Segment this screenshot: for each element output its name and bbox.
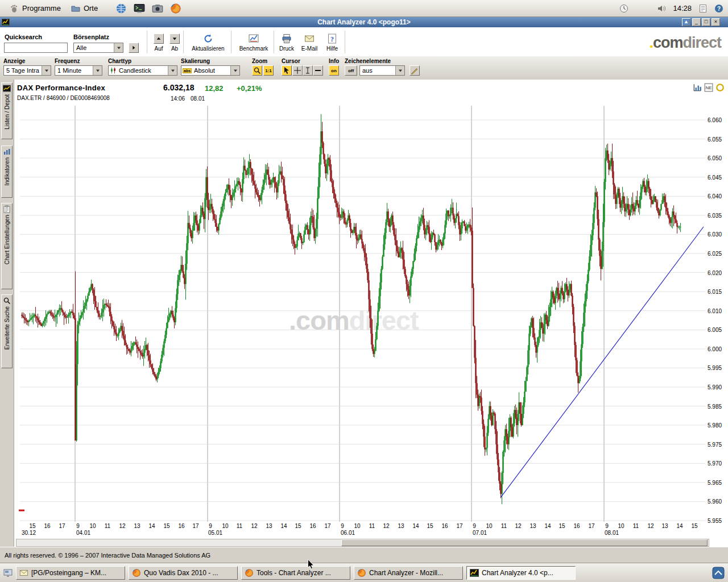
- firefox-icon: [245, 568, 254, 577]
- zoom-in-button[interactable]: [252, 65, 262, 76]
- x-axis-hour-label: 16: [573, 523, 580, 529]
- toolbar-separator: [147, 31, 147, 53]
- programme-menu[interactable]: Programme: [5, 2, 66, 15]
- price-chart[interactable]: [0, 80, 728, 547]
- cursor-arrow-button[interactable]: [282, 65, 292, 76]
- x-axis-hour-label: 10: [89, 523, 96, 529]
- chevron-down-icon: [95, 68, 101, 73]
- scroll-up-button[interactable]: Auf: [151, 34, 166, 52]
- abs-chip-icon: abs: [183, 68, 192, 73]
- taskbar-window-button[interactable]: Chart Analyzer 4.0 <p...: [466, 566, 576, 580]
- ab-label: Ab: [171, 45, 178, 52]
- notes-applet-icon[interactable]: [698, 4, 708, 13]
- browser-launcher-icon[interactable]: [115, 3, 127, 14]
- x-axis-hour-label: 12: [515, 523, 521, 529]
- x-axis-hour-label: 13: [266, 523, 272, 529]
- scrollbar-thumb[interactable]: [341, 539, 708, 546]
- benchmark-button[interactable]: Benchmark: [234, 34, 273, 52]
- zoom-one-to-one-button[interactable]: 1:1: [263, 65, 274, 76]
- x-axis-hour-label: 11: [501, 523, 507, 529]
- taskbar-window-button[interactable]: [PG/Posteingang – KM...: [16, 566, 125, 580]
- taskbar-window-button[interactable]: Tools - Chart Analyzer ...: [241, 566, 350, 580]
- boersenplatz-go-button[interactable]: [129, 43, 139, 53]
- window-close-button[interactable]: ×: [712, 18, 720, 26]
- x-axis-date-label: 05.01: [208, 530, 222, 536]
- question-mark-icon: ?: [327, 34, 337, 44]
- help-applet-icon[interactable]: ?: [714, 4, 723, 13]
- chevron-down-icon: [398, 68, 403, 73]
- dropdown-arrow-button[interactable]: [93, 66, 102, 75]
- show-desktop-icon[interactable]: [3, 568, 13, 577]
- y-axis-label: 5.965: [708, 480, 722, 486]
- firefox-launcher-icon[interactable]: [170, 3, 181, 14]
- skalierung-label: Skalierung: [181, 58, 210, 64]
- panel-clock-text[interactable]: 14:28: [673, 4, 692, 13]
- x-axis-hour-label: 15: [559, 523, 565, 529]
- terminal-launcher-icon[interactable]: [134, 3, 145, 14]
- taskbar-window-button[interactable]: Quo Vadis Dax 2010 - ...: [129, 566, 238, 580]
- help-button[interactable]: ? Hilfe: [322, 34, 342, 52]
- refresh-button[interactable]: Aktualisieren: [187, 34, 230, 52]
- cursor-hline-button[interactable]: [313, 65, 323, 76]
- x-axis-date-label: 06.01: [341, 530, 355, 536]
- skalierung-select[interactable]: abs Absolut: [181, 65, 240, 76]
- screenshot-launcher-icon[interactable]: [152, 3, 163, 14]
- y-axis-label: 6.025: [708, 251, 722, 257]
- druck-label: Druck: [279, 45, 294, 52]
- email-button[interactable]: E-Mail: [298, 34, 321, 52]
- x-axis-hour-label: 14: [280, 523, 287, 529]
- dropdown-arrow-button[interactable]: [114, 43, 123, 52]
- up-arrow-icon: [154, 34, 164, 44]
- zeichen-off-label: off: [348, 68, 354, 73]
- frequenz-select[interactable]: 1 Minute: [55, 65, 102, 76]
- window-shade-button[interactable]: ▲: [682, 18, 690, 26]
- x-axis-hour-label: 13: [661, 523, 668, 529]
- zeichen-value: aus: [360, 67, 395, 74]
- y-axis-label: 5.995: [708, 365, 722, 371]
- orte-menu[interactable]: Orte: [66, 2, 103, 15]
- charttyp-select[interactable]: Candlestick: [108, 65, 177, 76]
- x-axis-hour-label: 16: [178, 523, 184, 529]
- quicksearch-label: Quicksearch: [5, 34, 42, 40]
- boersenplatz-value: Alle: [74, 44, 114, 51]
- y-axis-label: 5.970: [708, 460, 722, 467]
- chart-horizontal-scrollbar[interactable]: [16, 539, 709, 547]
- window-titlebar[interactable]: Chart Analyzer 4.0 <pogo11> ▲ _ □ ×: [0, 17, 728, 27]
- print-button[interactable]: Druck: [276, 34, 297, 52]
- svg-text:?: ?: [330, 35, 334, 43]
- one-to-one-label: 1:1: [265, 68, 272, 73]
- x-axis-hour-label: 10: [618, 523, 624, 529]
- scroll-down-button[interactable]: Ab: [167, 34, 182, 52]
- cursor-crosshair-button[interactable]: [292, 65, 303, 76]
- logo-com: com: [653, 34, 683, 51]
- tray-corner-icon[interactable]: [712, 567, 725, 579]
- printer-icon: [282, 34, 292, 44]
- window-minimize-button[interactable]: _: [692, 18, 701, 26]
- window-maximize-button[interactable]: □: [702, 18, 710, 26]
- dropdown-arrow-button[interactable]: [168, 66, 177, 75]
- boersenplatz-select[interactable]: Alle: [73, 43, 123, 53]
- y-axis-label: 5.985: [708, 404, 722, 410]
- aktualisieren-label: Aktualisieren: [192, 45, 224, 52]
- taskbar-window-label: Chart Analyzer - Mozill...: [369, 569, 443, 577]
- taskbar-window-button[interactable]: Chart Analyzer - Mozill...: [354, 566, 463, 580]
- zeichen-select[interactable]: aus: [359, 65, 405, 76]
- quicksearch-input[interactable]: [4, 43, 68, 53]
- info-toggle-button[interactable]: on: [329, 65, 339, 76]
- cursor-ibeam-button[interactable]: [303, 65, 313, 76]
- dropdown-arrow-button[interactable]: [42, 66, 51, 75]
- draw-line-button[interactable]: [410, 65, 420, 76]
- anzeige-select[interactable]: 5 Tage Intra: [3, 65, 51, 76]
- auf-label: Auf: [154, 45, 163, 52]
- chart-settings-toolbar: Anzeige 5 Tage Intra Frequenz 1 Minute C…: [0, 56, 728, 80]
- comdirect-logo: .comdirect: [649, 34, 721, 52]
- toolbar-separator: [183, 31, 184, 53]
- dropdown-arrow-button[interactable]: [230, 66, 239, 75]
- y-axis-label: 6.040: [708, 193, 722, 199]
- zeichen-off-button[interactable]: off: [345, 65, 357, 76]
- clock-applet-icon[interactable]: [619, 4, 628, 13]
- x-axis-hour-label: 13: [530, 523, 536, 529]
- x-axis-hour-label: 17: [588, 523, 594, 529]
- dropdown-arrow-button[interactable]: [395, 66, 404, 75]
- volume-icon[interactable]: [657, 4, 666, 13]
